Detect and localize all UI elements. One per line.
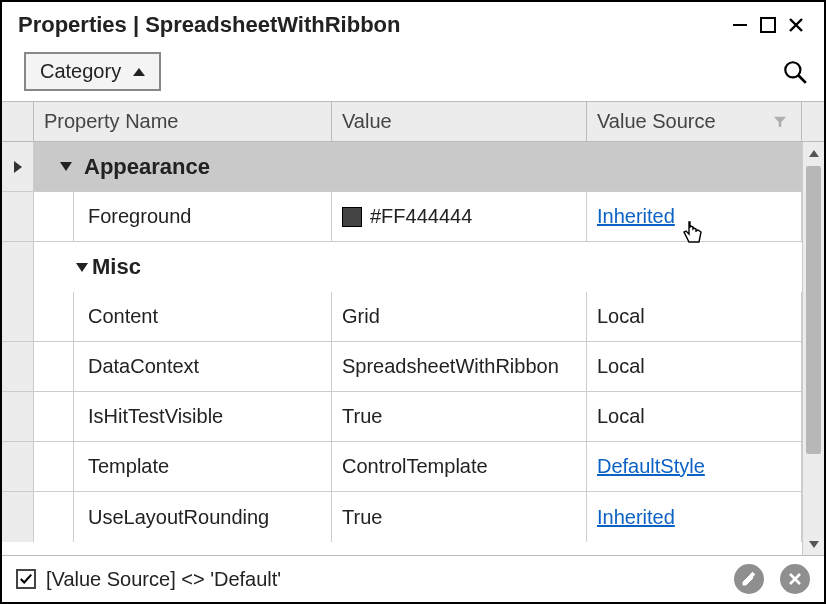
column-headers: Property Name Value Value Source <box>2 101 824 142</box>
filter-expression: [Value Source] <> 'Default' <box>46 568 718 591</box>
scroll-track[interactable] <box>803 164 824 533</box>
maximize-button[interactable] <box>754 17 782 33</box>
window-title: Properties | SpreadsheetWithRibbon <box>18 12 726 38</box>
cursor-hand-icon <box>679 220 707 250</box>
clear-filter-button[interactable] <box>780 564 810 594</box>
toolbar: Category <box>2 40 824 101</box>
vertical-scrollbar[interactable] <box>802 142 824 555</box>
filter-checkbox[interactable] <box>16 569 36 589</box>
expander-collapsed-icon[interactable] <box>76 263 88 272</box>
scroll-up-button[interactable] <box>803 142 824 164</box>
svg-line-5 <box>798 75 806 83</box>
row-datacontext[interactable]: DataContext SpreadsheetWithRibbon Local <box>2 342 802 392</box>
caret-up-icon <box>133 68 145 76</box>
edit-filter-button[interactable] <box>734 564 764 594</box>
value-source-link[interactable]: Inherited <box>597 506 675 529</box>
filter-bar: [Value Source] <> 'Default' <box>2 555 824 602</box>
titlebar: Properties | SpreadsheetWithRibbon <box>2 2 824 40</box>
header-value[interactable]: Value <box>332 102 587 141</box>
search-button[interactable] <box>782 59 808 85</box>
properties-window: Properties | SpreadsheetWithRibbon Categ… <box>0 0 826 604</box>
filter-icon <box>773 115 787 129</box>
row-ishittestvisible[interactable]: IsHitTestVisible True Local <box>2 392 802 442</box>
header-property-name[interactable]: Property Name <box>34 102 332 141</box>
close-button[interactable] <box>782 16 810 34</box>
value-source-link[interactable]: DefaultStyle <box>597 455 705 478</box>
svg-rect-1 <box>761 18 775 32</box>
row-foreground[interactable]: Foreground #FF444444 Inherited <box>2 192 802 242</box>
svg-point-4 <box>785 62 800 77</box>
scroll-thumb[interactable] <box>806 166 821 454</box>
grouping-dropdown[interactable]: Category <box>24 52 161 91</box>
minimize-button[interactable] <box>726 16 754 34</box>
gutter-header <box>2 102 34 141</box>
header-value-source[interactable]: Value Source <box>587 102 802 141</box>
row-template[interactable]: Template ControlTemplate DefaultStyle <box>2 442 802 492</box>
grouping-label: Category <box>40 60 121 83</box>
value-source-link[interactable]: Inherited <box>597 205 675 228</box>
color-swatch <box>342 207 362 227</box>
group-appearance[interactable]: Appearance <box>2 142 802 192</box>
row-content[interactable]: Content Grid Local <box>2 292 802 342</box>
row-indicator-icon <box>14 161 22 173</box>
scroll-down-button[interactable] <box>803 533 824 555</box>
grid-body: Appearance Foreground #FF444444 Inherite… <box>2 142 824 555</box>
row-uselayoutrounding[interactable]: UseLayoutRounding True Inherited <box>2 492 802 542</box>
expander-collapsed-icon[interactable] <box>60 162 72 171</box>
